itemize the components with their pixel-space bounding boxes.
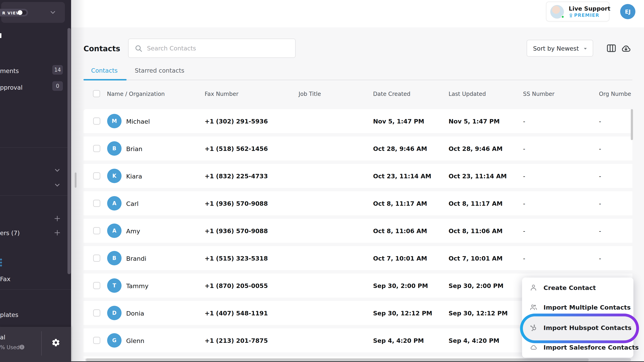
table-row[interactable]: A Amy +1 (936) 570-9088 Oct 8, 11:06 AM … xyxy=(84,219,632,243)
row-checkbox[interactable] xyxy=(93,227,100,234)
sidebar: R VIEW ments 14 pproval 0 ers (7) Fax pl… xyxy=(0,0,71,362)
info-icon[interactable] xyxy=(19,344,25,350)
kebab-menu-icon[interactable] xyxy=(0,262,2,264)
live-support-widget[interactable]: Live Support PREMIER xyxy=(546,1,609,21)
fax-number: +1 (515) 323-5318 xyxy=(205,255,268,262)
table-row[interactable]: M Michael +1 (302) 291-5936 Nov 5, 1:47 … xyxy=(84,109,632,133)
fax-number: +1 (518) 562-1456 xyxy=(205,145,268,152)
menu-item-label: Import Salesforce Contacts xyxy=(544,344,638,351)
contact-name[interactable]: Carl xyxy=(126,200,138,207)
user-avatar[interactable]: EJ xyxy=(620,4,636,19)
fax-number: +1 (302) 291-5936 xyxy=(205,118,268,125)
count-badge: 14 xyxy=(52,65,63,75)
count-badge: 0 xyxy=(52,81,63,91)
column-header[interactable]: Name / Organization xyxy=(107,91,165,97)
row-checkbox[interactable] xyxy=(93,282,100,289)
chevron-down-icon[interactable] xyxy=(54,183,60,187)
row-checkbox[interactable] xyxy=(93,172,100,179)
contact-name[interactable]: Brian xyxy=(126,145,142,152)
org-number: - xyxy=(599,173,601,180)
kebab-menu-icon[interactable] xyxy=(0,265,2,267)
menu-item-label: Import Hubspot Contacts xyxy=(544,324,632,331)
sidebar-item-approval[interactable]: pproval 0 xyxy=(0,83,71,92)
chevron-down-icon[interactable] xyxy=(54,168,60,172)
tab-starred-contacts[interactable]: Starred contacts xyxy=(135,67,184,74)
column-header[interactable]: Last Updated xyxy=(448,91,486,97)
contact-name[interactable]: Glenn xyxy=(126,337,144,345)
row-checkbox[interactable] xyxy=(93,117,100,125)
row-checkbox[interactable] xyxy=(93,145,100,152)
table-row[interactable]: B Brandi +1 (515) 323-5318 Oct 7, 10:01 … xyxy=(84,246,632,270)
table-vertical-scrollbar[interactable] xyxy=(631,109,633,140)
row-checkbox[interactable] xyxy=(93,200,100,207)
contact-name[interactable]: Amy xyxy=(126,228,140,235)
menu-item-create-contact[interactable]: Create Contact xyxy=(522,278,634,297)
menu-item-import-hubspot[interactable]: Import Hubspot Contacts xyxy=(522,318,634,337)
menu-item-import-salesforce[interactable]: Import Salesforce Contacts xyxy=(522,338,634,357)
sidebar-item-documents[interactable]: ments 14 xyxy=(0,66,71,76)
org-number: - xyxy=(599,228,601,235)
column-header[interactable]: Job Title xyxy=(298,91,321,97)
view-toggle-pill[interactable]: R VIEW xyxy=(0,9,28,16)
fax-number: +1 (832) 225-4733 xyxy=(205,173,268,180)
sidebar-item-fax[interactable]: Fax xyxy=(0,275,10,283)
last-updated: Oct 23, 11:14 AM xyxy=(448,173,507,180)
contact-avatar: M xyxy=(107,114,122,128)
table-row[interactable]: K Kiara +1 (832) 225-4733 Oct 23, 11:14 … xyxy=(84,164,632,188)
plus-icon[interactable] xyxy=(54,215,61,222)
column-header[interactable]: SS Number xyxy=(523,91,554,97)
content-left-scrollbar[interactable] xyxy=(75,172,76,188)
last-updated: Sep 30, 2:00 PM xyxy=(448,282,504,289)
ss-number: - xyxy=(523,173,525,180)
row-checkbox[interactable] xyxy=(93,337,100,344)
org-number: - xyxy=(599,255,601,262)
search-input[interactable] xyxy=(147,39,291,57)
last-updated: Oct 28, 9:46 AM xyxy=(448,145,502,152)
date-created: Oct 28, 9:46 AM xyxy=(373,145,427,152)
divider xyxy=(41,331,42,356)
page-title: Contacts xyxy=(84,44,120,53)
contact-avatar: K xyxy=(107,169,122,183)
contact-name[interactable]: Michael xyxy=(126,118,150,125)
online-status-dot xyxy=(561,15,564,18)
columns-icon[interactable] xyxy=(606,43,616,53)
live-support-title: Live Support xyxy=(569,5,610,12)
usage-label: % Used xyxy=(0,345,20,351)
sidebar-item-templates[interactable]: plates xyxy=(0,311,18,318)
sort-dropdown[interactable]: Sort by Newest xyxy=(527,40,593,57)
menu-item-import-multiple[interactable]: Import Multiple Contacts xyxy=(522,298,634,317)
date-created: Sep 30, 12:12 PM xyxy=(373,310,432,317)
last-updated: Sep 30, 12:12 PM xyxy=(448,310,508,317)
contact-name[interactable]: Tammy xyxy=(126,282,148,290)
gear-icon[interactable] xyxy=(52,338,60,347)
menu-item-label: Create Contact xyxy=(544,284,596,291)
horizontal-scrollbar-thumb[interactable] xyxy=(86,359,589,362)
cloud-download-icon[interactable] xyxy=(620,43,632,54)
caret-down-icon xyxy=(583,47,588,50)
row-checkbox[interactable] xyxy=(93,309,100,317)
contact-name[interactable]: Donia xyxy=(126,310,144,317)
org-number: - xyxy=(599,118,601,125)
column-header[interactable]: Date Created xyxy=(373,91,410,97)
sidebar-item-users[interactable]: ers (7) xyxy=(0,230,20,237)
contact-name[interactable]: Kiara xyxy=(126,173,142,180)
row-checkbox[interactable] xyxy=(93,255,100,262)
table-row[interactable]: B Brian +1 (518) 562-1456 Oct 28, 9:46 A… xyxy=(84,136,632,160)
plus-icon[interactable] xyxy=(54,229,61,236)
contact-name[interactable]: Brandi xyxy=(126,255,146,262)
table-row[interactable]: A Carl +1 (936) 570-9088 Oct 8, 11:17 AM… xyxy=(84,191,632,215)
contact-avatar: G xyxy=(107,333,122,348)
chevron-down-icon[interactable] xyxy=(50,10,56,14)
last-updated: Oct 8, 11:06 AM xyxy=(448,228,502,235)
contact-avatar: A xyxy=(107,224,122,238)
kebab-menu-icon[interactable] xyxy=(0,259,2,261)
sidebar-scrollbar[interactable] xyxy=(68,28,71,274)
tab-contacts[interactable]: Contacts xyxy=(91,67,118,74)
column-header[interactable]: Fax Number xyxy=(205,91,238,97)
column-header[interactable]: Org Numbe xyxy=(599,91,631,97)
view-toggle-knob[interactable] xyxy=(18,10,22,15)
contacts-actions-menu: Create Contact Import Multiple Contacts … xyxy=(522,278,634,358)
search-box xyxy=(128,39,296,58)
sidebar-shadow xyxy=(71,0,85,362)
select-all-checkbox[interactable] xyxy=(93,90,100,97)
